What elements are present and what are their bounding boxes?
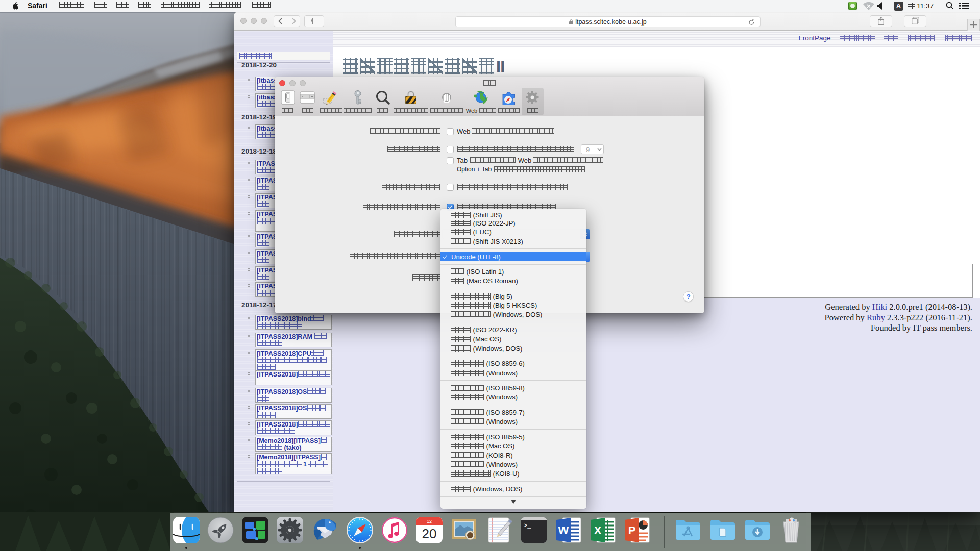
- svg-text:W: W: [558, 524, 569, 537]
- svg-text:>_: >_: [524, 522, 531, 530]
- svg-text:12: 12: [427, 519, 432, 524]
- svg-text:P: P: [628, 524, 636, 537]
- svg-text:20: 20: [422, 526, 437, 541]
- svg-text:X: X: [594, 524, 602, 537]
